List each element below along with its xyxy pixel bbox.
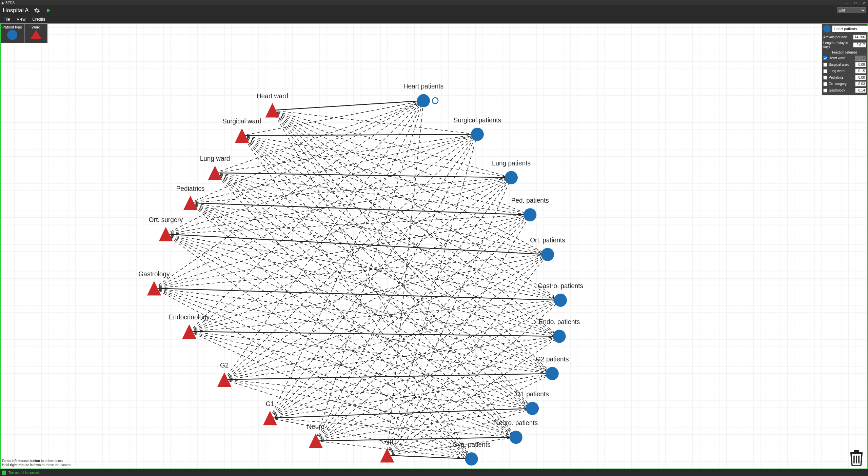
os-app-icon: ◆ — [1, 1, 4, 5]
ref-checkbox[interactable] — [823, 63, 827, 67]
edge — [191, 203, 559, 336]
palette-patient-type[interactable]: Patient type — [1, 24, 24, 43]
ward-label: G2 — [220, 362, 229, 369]
ward-node[interactable]: Heart ward — [257, 93, 288, 118]
ward-node[interactable]: Gyn — [380, 437, 394, 462]
ref-ward-label: Ort. surgery — [829, 82, 854, 86]
edge — [224, 101, 423, 380]
patient-label: Gyn. patients — [453, 441, 491, 448]
status-bar: ✓ The model is correct. — [0, 469, 868, 476]
window-minimize-button[interactable]: — — [844, 1, 849, 5]
edge — [191, 203, 472, 459]
edge — [316, 437, 516, 441]
ward-node[interactable]: G2 — [217, 362, 231, 387]
edge — [166, 234, 552, 374]
patient-node[interactable]: Gyn. patients — [453, 441, 491, 465]
patient-node[interactable]: Ped. patients — [511, 197, 549, 221]
patient-label: Neuro. patients — [494, 419, 538, 427]
mode-select-input[interactable]: Edit — [837, 7, 866, 13]
patient-node[interactable]: Ort. patients — [530, 237, 565, 261]
menu-file[interactable]: File — [3, 17, 10, 22]
os-titlebar: ◆ BEDS — □ ✕ — [0, 0, 868, 5]
edge — [191, 203, 530, 215]
edge — [166, 215, 530, 234]
los-input[interactable] — [853, 42, 866, 47]
arrivals-input[interactable] — [853, 35, 866, 40]
canvas[interactable]: Heart wardSurgical wardLung wardPediatri… — [0, 23, 868, 469]
ref-value-input — [855, 56, 866, 61]
fraction-referred-row: Ort. surgery — [822, 81, 867, 87]
circle-icon — [417, 94, 430, 107]
edge — [387, 101, 423, 455]
run-button[interactable] — [45, 7, 52, 14]
edge — [316, 178, 511, 441]
ward-node[interactable]: Endocrinology — [169, 314, 210, 339]
menu-credits[interactable]: Credits — [32, 17, 45, 22]
ward-node[interactable]: G1 — [263, 400, 277, 425]
palette-ward[interactable]: Ward — [24, 24, 47, 43]
edge — [224, 380, 516, 437]
settings-button[interactable] — [34, 7, 40, 14]
fraction-referred-header: Fraction referred — [822, 49, 867, 55]
ref-checkbox[interactable] — [823, 82, 827, 86]
patient-node[interactable]: Neuro. patients — [494, 419, 538, 444]
delete-button[interactable] — [849, 449, 864, 466]
patient-label: Endo. patients — [539, 318, 580, 325]
ward-node[interactable]: Neuro — [307, 423, 324, 448]
edge — [189, 300, 560, 332]
edge — [316, 441, 471, 459]
mode-select[interactable]: Edit — [837, 7, 866, 13]
ref-value-input[interactable] — [855, 75, 866, 80]
patient-node[interactable]: Surgical patients — [454, 117, 501, 141]
edge — [154, 288, 552, 374]
ward-node[interactable]: Lung ward — [200, 155, 230, 180]
circle-icon — [471, 128, 484, 141]
ward-label: Surgical ward — [222, 118, 261, 125]
edge — [270, 374, 552, 418]
arrivals-label: Arrivals per day — [823, 35, 852, 39]
status-message: The model is correct. — [8, 471, 40, 475]
edge — [215, 173, 560, 300]
edge — [189, 332, 471, 459]
ref-value-input[interactable] — [855, 88, 866, 93]
edge — [215, 173, 552, 374]
edge — [215, 101, 423, 173]
fraction-referred-row: Gastrology — [822, 87, 867, 94]
edge — [154, 101, 423, 288]
edge — [224, 374, 552, 380]
ward-node[interactable]: Surgical ward — [222, 118, 261, 143]
ref-checkbox[interactable] — [823, 88, 827, 93]
edge — [242, 101, 423, 136]
project-title: Hospital A — [3, 7, 29, 14]
ref-ward-label: Pediatrics — [829, 76, 854, 79]
patient-label: G1 patients — [516, 391, 549, 398]
edge — [272, 110, 559, 336]
edge — [387, 455, 472, 459]
ward-label: Lung ward — [200, 155, 230, 162]
patient-label: Surgical patients — [454, 117, 501, 124]
ward-node[interactable]: Pediatrics — [176, 185, 204, 210]
edge — [166, 134, 477, 234]
ref-ward-label: Lung ward — [829, 69, 854, 73]
edge — [166, 234, 559, 336]
ref-checkbox[interactable] — [823, 76, 827, 80]
palette-patient-label: Patient type — [2, 25, 22, 29]
patient-node[interactable]: Lung patients — [492, 160, 531, 184]
ward-label: Pediatrics — [176, 185, 204, 192]
patient-label: Ort. patients — [530, 237, 565, 244]
menu-view[interactable]: View — [17, 17, 25, 22]
ref-checkbox[interactable] — [823, 69, 827, 73]
ref-value-input[interactable] — [855, 68, 866, 74]
patient-node[interactable]: Endo. patients — [539, 318, 580, 343]
ref-value-input[interactable] — [855, 62, 866, 67]
ref-checkbox[interactable] — [823, 56, 827, 60]
window-close-button[interactable]: ✕ — [862, 1, 867, 5]
edge — [215, 173, 532, 409]
los-label: Length of stay in days — [823, 41, 852, 48]
ref-value-input[interactable] — [855, 81, 866, 86]
circle-icon — [541, 248, 554, 261]
ward-node[interactable]: Ort. surgery — [149, 216, 183, 241]
window-maximize-button[interactable]: □ — [853, 1, 858, 5]
circle-icon — [465, 452, 478, 465]
node-name-input[interactable] — [832, 25, 868, 32]
